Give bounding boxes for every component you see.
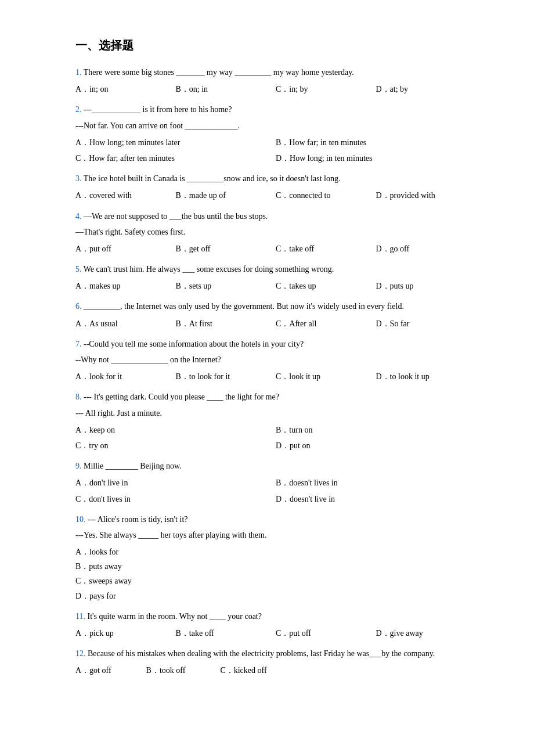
option-4-3: D．go off: [376, 242, 477, 256]
option-11-3: D．give away: [376, 626, 477, 640]
question-number-10: 10.: [75, 515, 88, 524]
question-block-9: 9. Millie ________ Beijing now.A．don't l…: [75, 459, 476, 506]
options-row-4: A．put offB．get offC．take offD．go off: [75, 242, 476, 256]
question-text2-10: ---Yes. She always _____ her toys after …: [75, 528, 476, 542]
question-text-2: ---____________ is it from here to his h…: [84, 105, 232, 114]
options-grid-8: A．keep onB．turn onC．try onD．put on: [75, 423, 476, 453]
option-9-0: A．don't live in: [75, 476, 276, 490]
question-text-4: —We are not supposed to ___the bus until…: [84, 212, 268, 221]
question-number-4: 4.: [75, 212, 84, 221]
question-number-9: 9.: [75, 462, 84, 470]
option-8-2: C．try on: [75, 438, 276, 453]
option-12-2: C．kicked off: [220, 663, 266, 678]
option-3-1: B．made up of: [176, 188, 276, 203]
question-number-1: 1.: [75, 68, 84, 77]
question-number-7: 7.: [75, 340, 84, 348]
question-number-8: 8.: [75, 393, 84, 401]
question-text-9: Millie ________ Beijing now.: [84, 462, 182, 470]
option-1-0: A．in; on: [75, 82, 176, 96]
option-6-0: A．As usual: [75, 316, 176, 331]
question-text-5: We can't trust him. He always ___ some e…: [84, 265, 334, 273]
option-4-0: A．put off: [75, 242, 176, 256]
option-3-0: A．covered with: [75, 188, 176, 203]
question-number-12: 12.: [75, 649, 88, 658]
question-text2-8: --- All right. Just a minute.: [75, 406, 476, 420]
question-block-3: 3. The ice hotel built in Canada is ____…: [75, 171, 476, 203]
question-block-2: 2. ---____________ is it from here to hi…: [75, 102, 476, 165]
option-12-0: A．got off: [75, 663, 111, 678]
option-11-2: C．put off: [276, 626, 376, 640]
option-8-0: A．keep on: [75, 423, 276, 437]
option-12-1: B．took off: [146, 663, 186, 678]
option-2-1: B．How far; in ten minutes: [276, 135, 476, 150]
options-stack-10: A．looks forB．puts awayC．sweeps awayD．pay…: [75, 545, 476, 603]
question-block-11: 11. It's quite warm in the room. Why not…: [75, 609, 476, 640]
option-6-2: C．After all: [276, 316, 376, 331]
question-text2-7: --Why not ______________ on the Internet…: [75, 352, 476, 367]
question-block-12: 12. Because of his mistakes when dealing…: [75, 646, 476, 678]
option-9-3: D．doesn't live in: [276, 492, 476, 506]
question-text-10: --- Alice's room is tidy, isn't it?: [88, 515, 188, 524]
question-block-10: 10. --- Alice's room is tidy, isn't it?-…: [75, 512, 476, 603]
question-text-6: _________, the Internet was only used by…: [84, 302, 404, 311]
option-5-1: B．sets up: [176, 279, 276, 293]
option-8-3: D．put on: [276, 438, 476, 453]
option-7-1: B．to look for it: [176, 369, 276, 384]
option-7-0: A．look for it: [75, 369, 176, 384]
question-text-8: --- It's getting dark. Could you please …: [84, 393, 279, 401]
question-number-5: 5.: [75, 265, 84, 273]
option-5-3: D．puts up: [376, 279, 477, 293]
option-2-0: A．How long; ten minutes later: [75, 135, 276, 150]
question-number-2: 2.: [75, 105, 84, 114]
option-4-1: B．get off: [176, 242, 276, 256]
option-10-3: D．pays for: [75, 589, 476, 603]
option-11-0: A．pick up: [75, 626, 176, 640]
question-text-11: It's quite warm in the room. Why not ___…: [87, 612, 261, 621]
option-1-3: D．at; by: [376, 82, 477, 96]
option-6-1: B．At first: [176, 316, 276, 331]
options-row-3: A．covered withB．made up ofC．connected to…: [75, 188, 476, 203]
question-number-6: 6.: [75, 302, 84, 311]
option-4-2: C．take off: [276, 242, 376, 256]
option-11-1: B．take off: [176, 626, 276, 640]
question-text-1: There were some big stones _______ my wa…: [84, 68, 354, 77]
option-8-1: B．turn on: [276, 423, 476, 437]
option-3-2: C．connected to: [276, 188, 376, 203]
section-title: 一、选择题: [75, 35, 476, 56]
option-9-2: C．don't lives in: [75, 492, 276, 506]
option-10-0: A．looks for: [75, 545, 476, 559]
option-1-2: C．in; by: [276, 82, 376, 96]
options-grid-9: A．don't live inB．doesn't lives inC．don't…: [75, 476, 476, 506]
option-2-3: D．How long; in ten minutes: [276, 151, 476, 165]
question-number-11: 11.: [75, 612, 87, 621]
option-7-2: C．look it up: [276, 369, 376, 384]
options-grid-2: A．How long; ten minutes laterB．How far; …: [75, 135, 476, 165]
question-block-6: 6. _________, the Internet was only used…: [75, 299, 476, 330]
question-block-8: 8. --- It's getting dark. Could you plea…: [75, 390, 476, 453]
question-text2-2: ---Not far. You can arrive on foot _____…: [75, 118, 476, 133]
question-text-7: --Could you tell me some information abo…: [84, 340, 304, 348]
options-row-1: A．in; onB．on; inC．in; byD．at; by: [75, 82, 476, 96]
question-number-3: 3.: [75, 174, 84, 183]
option-3-3: D．provided with: [376, 188, 477, 203]
options-row-5: A．makes upB．sets upC．takes upD．puts up: [75, 279, 476, 293]
options-row-7: A．look for itB．to look for itC．look it u…: [75, 369, 476, 384]
options-row3-12: A．got offB．took offC．kicked off: [75, 663, 476, 678]
option-6-3: D．So far: [376, 316, 477, 331]
option-1-1: B．on; in: [176, 82, 276, 96]
options-row-11: A．pick upB．take offC．put offD．give away: [75, 626, 476, 640]
option-7-3: D．to look it up: [376, 369, 477, 384]
question-text2-4: —That's right. Safety comes first.: [75, 225, 476, 239]
question-block-5: 5. We can't trust him. He always ___ som…: [75, 262, 476, 293]
option-10-1: B．puts away: [75, 559, 476, 574]
option-9-1: B．doesn't lives in: [276, 476, 476, 490]
options-row-6: A．As usualB．At firstC．After allD．So far: [75, 316, 476, 331]
option-5-0: A．makes up: [75, 279, 176, 293]
option-5-2: C．takes up: [276, 279, 376, 293]
question-text-3: The ice hotel built in Canada is _______…: [84, 174, 341, 183]
question-block-1: 1. There were some big stones _______ my…: [75, 65, 476, 96]
question-text-12: Because of his mistakes when dealing wit…: [88, 649, 435, 658]
option-10-2: C．sweeps away: [75, 574, 476, 588]
question-block-7: 7. --Could you tell me some information …: [75, 337, 476, 384]
question-block-4: 4. —We are not supposed to ___the bus un…: [75, 209, 476, 257]
